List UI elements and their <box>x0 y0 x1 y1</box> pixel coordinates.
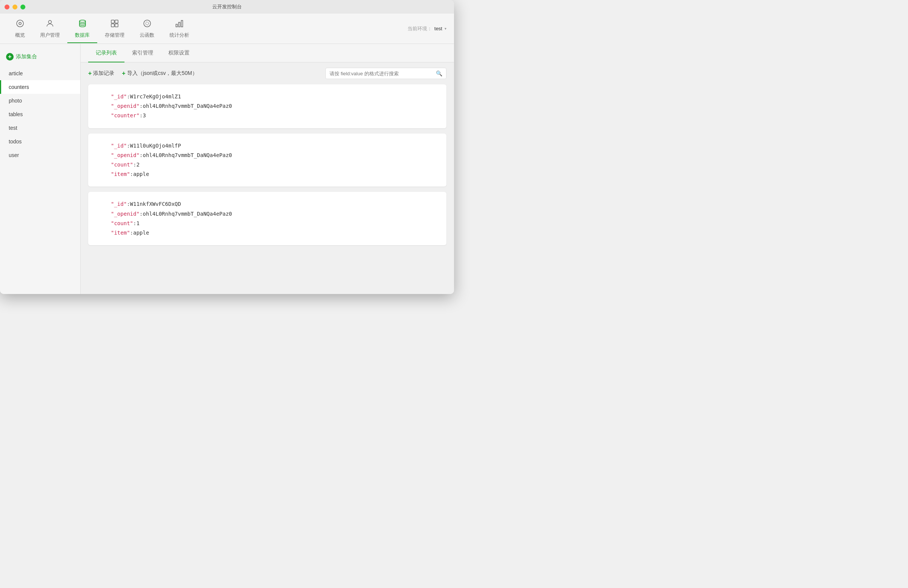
svg-rect-11 <box>179 23 180 27</box>
database-icon <box>78 19 87 30</box>
svg-rect-5 <box>115 20 118 23</box>
record-field: "_id":W1rc7eKgOjo4mlZ1 <box>111 92 431 101</box>
minimize-button[interactable] <box>13 5 18 10</box>
record-field: "counter":3 <box>111 111 431 120</box>
top-nav: 概览 用户管理 数据库 <box>0 14 454 44</box>
svg-point-9 <box>146 22 149 25</box>
window-title: 云开发控制台 <box>212 3 242 10</box>
env-value[interactable]: test <box>434 26 442 31</box>
record-field: "count":1 <box>111 219 431 228</box>
record-field: "_id":W11l0uKgOjo4mlfP <box>111 141 431 151</box>
nav-items: 概览 用户管理 数据库 <box>8 15 197 43</box>
user-management-icon <box>45 19 55 30</box>
tab-index-management[interactable]: 索引管理 <box>124 44 161 63</box>
env-selector[interactable]: 当前环境： test ▾ <box>407 25 446 32</box>
nav-item-cloud-functions[interactable]: 云函数 <box>132 15 162 43</box>
content-area: 记录列表 索引管理 权限设置 + 添加记录 + 导入（json或csv，最大50… <box>80 44 454 294</box>
plus-circle-icon: + <box>6 53 14 61</box>
svg-rect-12 <box>181 21 183 27</box>
nav-label-storage: 存储管理 <box>105 32 124 39</box>
storage-icon <box>110 19 119 30</box>
tabs-bar: 记录列表 索引管理 权限设置 <box>80 44 454 63</box>
record-field: "_id":W11nkfXWvFC6DxQD <box>111 200 431 209</box>
tab-permissions[interactable]: 权限设置 <box>161 44 197 63</box>
tab-record-list[interactable]: 记录列表 <box>88 44 124 63</box>
add-record-button[interactable]: + 添加记录 <box>88 70 114 77</box>
close-button[interactable] <box>5 5 10 10</box>
record-card: "_id":W1rc7eKgOjo4mlZ1 "_openid":ohl4L0R… <box>88 84 446 128</box>
record-field: "item":apple <box>111 228 431 238</box>
nav-label-statistics: 统计分析 <box>169 32 189 39</box>
sidebar: + 添加集合 article counters photo tables tes… <box>0 44 80 294</box>
sidebar-item-user[interactable]: user <box>0 148 80 162</box>
sidebar-item-test[interactable]: test <box>0 121 80 135</box>
svg-rect-6 <box>111 24 114 27</box>
nav-item-overview[interactable]: 概览 <box>8 15 32 43</box>
record-field: "_openid":ohl4L0Rnhq7vmmbT_DaNQa4ePaz0 <box>111 151 431 160</box>
nav-item-statistics[interactable]: 统计分析 <box>162 15 197 43</box>
add-collection-label: 添加集合 <box>16 53 37 60</box>
svg-point-8 <box>144 20 151 27</box>
import-button[interactable]: + 导入（json或csv，最大50M） <box>122 70 197 77</box>
nav-label-user-management: 用户管理 <box>40 32 60 39</box>
search-box[interactable]: 🔍 <box>325 68 446 79</box>
nav-label-cloud-functions: 云函数 <box>140 32 155 39</box>
nav-label-overview: 概览 <box>15 32 25 39</box>
sidebar-item-photo[interactable]: photo <box>0 94 80 108</box>
svg-point-2 <box>48 21 52 23</box>
title-bar: 云开发控制台 <box>0 0 454 14</box>
sidebar-item-article[interactable]: article <box>0 67 80 80</box>
svg-rect-10 <box>176 24 177 27</box>
cloud-functions-icon <box>143 19 152 30</box>
record-card: "_id":W11l0uKgOjo4mlfP "_openid":ohl4L0R… <box>88 134 446 187</box>
search-icon[interactable]: 🔍 <box>436 70 442 76</box>
plus-icon: + <box>88 70 92 77</box>
record-card: "_id":W11nkfXWvFC6DxQD "_openid":ohl4L0R… <box>88 192 446 245</box>
nav-label-database: 数据库 <box>75 32 90 39</box>
nav-item-storage[interactable]: 存储管理 <box>97 15 132 43</box>
nav-item-user-management[interactable]: 用户管理 <box>32 15 68 43</box>
svg-rect-7 <box>115 24 118 27</box>
sidebar-item-counters[interactable]: counters <box>0 80 80 94</box>
svg-point-0 <box>17 20 23 27</box>
nav-item-database[interactable]: 数据库 <box>68 15 97 43</box>
record-field: "count":2 <box>111 160 431 169</box>
search-input[interactable] <box>330 71 436 76</box>
maximize-button[interactable] <box>21 5 25 10</box>
main-layout: + 添加集合 article counters photo tables tes… <box>0 44 454 294</box>
sidebar-item-todos[interactable]: todos <box>0 135 80 148</box>
record-field: "item":apple <box>111 169 431 179</box>
statistics-icon <box>175 19 184 30</box>
sidebar-item-tables[interactable]: tables <box>0 108 80 121</box>
record-field: "_openid":ohl4L0Rnhq7vmmbT_DaNQa4ePaz0 <box>111 101 431 111</box>
record-field: "_openid":ohl4L0Rnhq7vmmbT_DaNQa4ePaz0 <box>111 209 431 219</box>
add-collection-button[interactable]: + 添加集合 <box>0 50 80 64</box>
overview-icon <box>16 19 24 30</box>
env-label: 当前环境： <box>407 25 432 32</box>
svg-rect-4 <box>111 20 114 23</box>
chevron-down-icon: ▾ <box>444 26 446 31</box>
toolbar: + 添加记录 + 导入（json或csv，最大50M） 🔍 <box>80 63 454 84</box>
records-area: "_id":W1rc7eKgOjo4mlZ1 "_openid":ohl4L0R… <box>80 84 454 245</box>
window-controls <box>5 5 25 10</box>
import-plus-icon: + <box>122 70 125 77</box>
svg-point-3 <box>79 20 85 23</box>
svg-point-1 <box>19 23 21 24</box>
